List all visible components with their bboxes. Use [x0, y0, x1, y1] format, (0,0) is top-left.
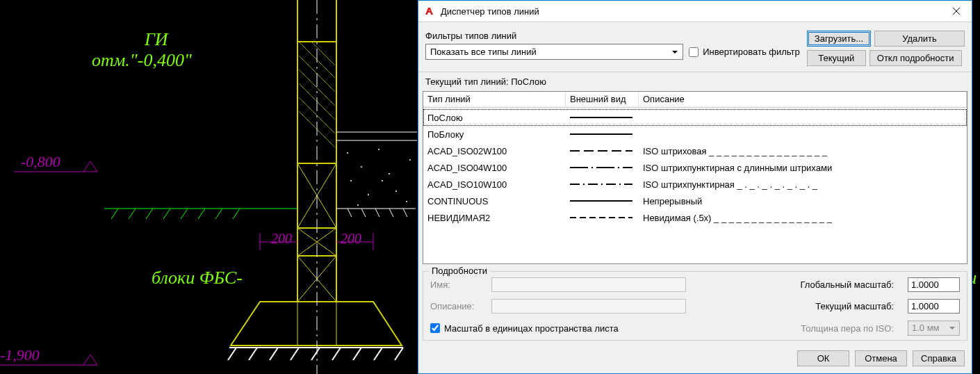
- cad-level-neg-0800: -0,800: [21, 153, 60, 171]
- linetype-row[interactable]: ACAD_ISO02W100ISO штриховая _ _ _ _ _ _ …: [423, 143, 967, 159]
- linetype-row-appearance: [566, 180, 639, 188]
- ok-button[interactable]: ОК: [797, 350, 849, 366]
- svg-point-30: [347, 152, 348, 154]
- svg-line-53: [129, 209, 136, 219]
- svg-line-25: [348, 209, 352, 217]
- col-header-name[interactable]: Тип линий: [423, 92, 566, 107]
- linetype-row-name: ACAD_ISO04W100: [423, 163, 566, 173]
- description-input[interactable]: [491, 299, 686, 314]
- linetype-row[interactable]: ACAD_ISO04W100ISO штрихпунктирная с длин…: [423, 159, 967, 176]
- svg-line-47: [332, 348, 341, 360]
- current-button[interactable]: Текущий: [807, 50, 866, 66]
- help-button[interactable]: Справка: [913, 350, 965, 366]
- cancel-button[interactable]: Отмена: [855, 350, 907, 366]
- details-groupbox: Подробности Имя: Глобальный масштаб: Опи…: [423, 271, 967, 341]
- linetype-row[interactable]: ПоСлою: [423, 109, 967, 126]
- svg-line-49: [374, 348, 382, 360]
- svg-line-58: [215, 209, 222, 219]
- svg-point-34: [350, 180, 352, 181]
- linetype-row-description: Непрерывный: [639, 196, 967, 206]
- linetype-manager-dialog: Диспетчер типов линий Фильтры типов лини…: [418, 0, 972, 374]
- linetype-row-appearance: [566, 147, 639, 155]
- svg-point-31: [361, 166, 362, 168]
- svg-line-48: [353, 348, 361, 360]
- filters-label: Фильтры типов линий: [425, 31, 800, 41]
- linetype-row-name: CONTINUOUS: [423, 196, 566, 206]
- dialog-titlebar[interactable]: Диспетчер типов линий: [418, 1, 972, 22]
- svg-line-42: [228, 348, 236, 360]
- svg-point-35: [368, 194, 369, 195]
- iso-pen-label: Толщина пера по ISO:: [624, 323, 902, 334]
- svg-line-57: [198, 209, 205, 219]
- svg-line-44: [270, 348, 278, 360]
- name-input[interactable]: [491, 277, 686, 292]
- linetype-list[interactable]: Тип линий Внешний вид Описание ПоСлоюПоБ…: [423, 91, 967, 264]
- linetype-row-appearance: [566, 197, 639, 205]
- autocad-icon: [424, 6, 435, 17]
- paper-units-checkbox[interactable]: Масштаб в единицах пространства листа: [430, 323, 619, 334]
- svg-line-54: [146, 209, 153, 219]
- svg-line-59: [233, 209, 240, 219]
- svg-point-39: [382, 180, 383, 181]
- paper-units-input[interactable]: [430, 323, 440, 333]
- linetype-row-name: ACAD_ISO02W100: [423, 146, 566, 156]
- linetype-row[interactable]: НЕВИДИМАЯ2Невидимая (.5x) _ _ _ _ _ _ _ …: [423, 209, 967, 226]
- svg-point-37: [409, 159, 411, 161]
- svg-point-40: [406, 201, 407, 202]
- current-scale-label: Текущий масштаб:: [692, 301, 902, 311]
- cad-dim-200-left: 200: [271, 231, 292, 247]
- svg-point-36: [395, 190, 397, 192]
- iso-pen-combo: 1.0 мм: [908, 320, 960, 336]
- svg-line-45: [291, 348, 299, 360]
- load-button[interactable]: Загрузить...: [807, 31, 871, 47]
- svg-point-32: [378, 149, 379, 150]
- cad-level-neg-1900: -1,900: [0, 346, 40, 364]
- svg-point-38: [357, 204, 359, 206]
- list-header: Тип линий Внешний вид Описание: [423, 92, 967, 108]
- linetype-row-appearance: [566, 213, 639, 222]
- svg-point-33: [389, 173, 390, 174]
- current-linetype-label: Текущий тип линий: ПоСлою: [418, 72, 972, 91]
- col-header-appearance[interactable]: Внешний вид: [566, 92, 639, 107]
- current-scale-input[interactable]: [908, 299, 960, 314]
- close-icon: [953, 8, 960, 15]
- linetype-row-description: Невидимая (.5x) _ _ _ _ _ _ _ _ _ _ _ _ …: [639, 213, 967, 223]
- linetype-row-name: НЕВИДИМАЯ2: [423, 213, 566, 223]
- col-header-description[interactable]: Описание: [639, 92, 967, 107]
- linetype-row[interactable]: ACAD_ISO10W100ISO штрихпунктирная _ . _ …: [423, 176, 967, 193]
- linetype-row-name: ПоБлоку: [423, 129, 566, 140]
- linetype-row-description: ISO штриховая _ _ _ _ _ _ _ _ _ _ _ _ _ …: [639, 146, 967, 156]
- svg-line-26: [361, 209, 366, 217]
- linetype-row-name: ACAD_ISO10W100: [423, 179, 566, 190]
- cad-label-gi: ГИ: [145, 29, 168, 50]
- svg-line-55: [163, 209, 170, 219]
- filter-combo[interactable]: Показать все типы линий: [425, 44, 683, 60]
- cad-dim-200-right: 200: [341, 231, 361, 247]
- linetype-row-description: ISO штрихпунктирная с длинными штрихами: [639, 163, 967, 173]
- invert-filter-input[interactable]: [689, 47, 699, 57]
- svg-line-27: [375, 209, 379, 217]
- linetype-row-description: ISO штрихпунктирная _ . _ . _ . _ . _ . …: [639, 179, 967, 190]
- svg-marker-12: [231, 302, 402, 345]
- linetype-row[interactable]: ПоБлоку: [423, 126, 967, 143]
- svg-line-52: [111, 209, 118, 219]
- dialog-title: Диспетчер типов линий: [441, 6, 940, 17]
- svg-line-50: [395, 348, 403, 360]
- delete-button[interactable]: Удалить: [874, 31, 965, 47]
- cad-label-fbs: блоки ФБС-: [152, 268, 243, 288]
- linetype-row-appearance: [566, 130, 639, 138]
- global-scale-input[interactable]: [908, 277, 960, 292]
- svg-line-46: [311, 348, 320, 360]
- description-label: Описание:: [430, 301, 486, 311]
- svg-line-43: [249, 348, 257, 360]
- svg-line-56: [181, 209, 188, 219]
- invert-filter-checkbox[interactable]: Инвертировать фильтр: [689, 47, 800, 57]
- linetype-row-name: ПоСлою: [423, 113, 566, 123]
- linetype-row[interactable]: CONTINUOUSНепрерывный: [423, 193, 967, 209]
- paper-units-label: Масштаб в единицах пространства листа: [444, 323, 619, 334]
- close-button[interactable]: [940, 1, 972, 22]
- svg-line-28: [389, 209, 393, 217]
- global-scale-label: Глобальный масштаб:: [692, 279, 902, 290]
- hide-details-button[interactable]: Откл подробности: [869, 50, 962, 66]
- name-label: Имя:: [430, 279, 486, 290]
